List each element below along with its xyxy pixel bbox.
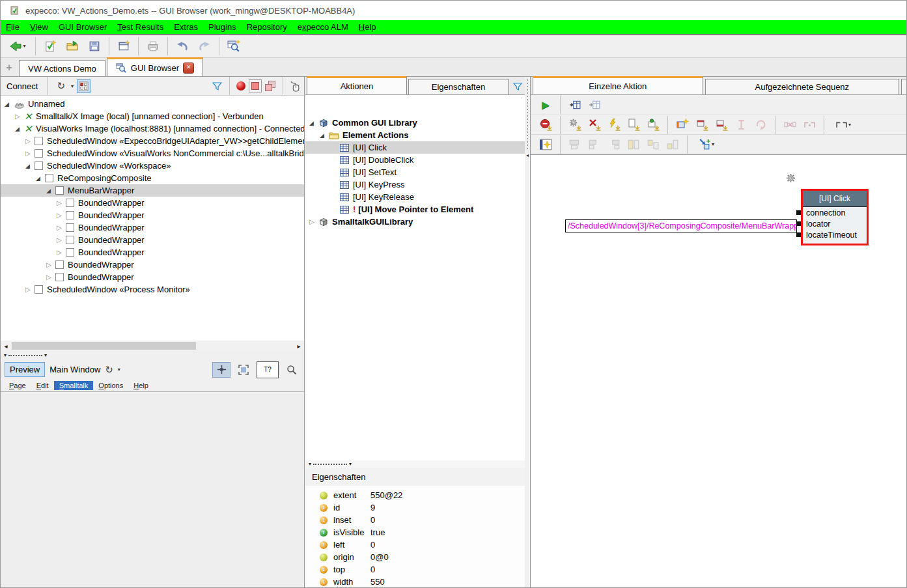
menu-gui-browser[interactable]: GUI Browser — [53, 22, 112, 32]
tree-row-scheduledwindow-workspace[interactable]: ◢ ScheduledWindow «Workspace» — [1, 160, 304, 172]
chevron-down-icon[interactable]: ▾ — [712, 141, 714, 147]
property-row-origin[interactable]: origin 0@0 — [305, 551, 525, 563]
tree-row-recomposingcomposite[interactable]: ◢ ReComposingComposite — [1, 172, 304, 184]
tab-aufgezeichnete-sequenz[interactable]: Aufgezeichnete Sequenz — [705, 79, 899, 94]
expander-closed-icon[interactable]: ▷ — [57, 236, 66, 244]
splitter-collapse-icon[interactable]: ◂ — [526, 152, 529, 158]
close-tab-icon[interactable]: ✕ — [183, 63, 194, 74]
undo-button[interactable] — [171, 36, 193, 56]
tree-row-boundedwrapper[interactable]: ▷ BoundedWrapper — [1, 221, 304, 234]
menu-plugins[interactable]: Plugins — [203, 22, 242, 32]
tree-row-stx-image[interactable]: ▷ ✕ Smalltalk/X Image (local) [unnamed c… — [1, 110, 304, 122]
expander-closed-icon[interactable]: ▷ — [25, 286, 35, 293]
property-row-id[interactable]: 1 id 9 — [305, 501, 525, 514]
connection-style-button[interactable]: ▾ — [830, 117, 856, 133]
tree-row-ui-keyrelease[interactable]: [UI] KeyRelease — [305, 191, 525, 203]
rotate-step-button[interactable] — [752, 117, 769, 133]
property-row-width[interactable]: 1 width 550 — [305, 576, 525, 588]
disconnect-pins-button[interactable] — [781, 117, 798, 133]
chevron-down-icon[interactable]: ▾ — [71, 83, 74, 89]
tree-row-scheduledwindow-adapter[interactable]: ▷ ScheduledWindow «ExpeccoBridgeUIAdapte… — [1, 135, 304, 147]
splitter-arrow-icon[interactable]: ▾ — [309, 462, 311, 467]
anchor-exception-button[interactable] — [606, 117, 622, 133]
filter-icon[interactable] — [512, 81, 523, 92]
filter-icon[interactable] — [212, 81, 223, 92]
anchor-state-button[interactable] — [645, 117, 662, 133]
expander-open-icon[interactable]: ◢ — [36, 175, 45, 182]
save-button[interactable] — [83, 36, 105, 56]
node-settings-gear-icon[interactable] — [786, 173, 796, 183]
insert-vertical-button[interactable] — [733, 117, 749, 133]
mouse-pointer-icon[interactable] — [290, 81, 301, 92]
stop-button[interactable] — [249, 79, 262, 92]
expander-open-icon[interactable]: ◢ — [320, 132, 329, 139]
tab-aktionen[interactable]: Aktionen — [307, 76, 407, 94]
tree-row-boundedwrapper[interactable]: ▷ BoundedWrapper — [1, 259, 304, 271]
tree-row-element-actions[interactable]: ◢ Element Actions — [305, 129, 525, 141]
expander-open-icon[interactable]: ◢ — [46, 188, 55, 194]
tree-row-visualworks-image[interactable]: ◢ ✕ VisualWorks Image (localhost:8881) [… — [1, 122, 304, 135]
align-distribute-button[interactable] — [645, 137, 662, 152]
refresh-button[interactable]: ↻ — [54, 79, 68, 92]
splitter-arrow-icon[interactable]: ▾ — [44, 353, 47, 358]
expander-closed-icon[interactable]: ▷ — [57, 199, 66, 206]
splitter-handle[interactable] — [527, 79, 528, 150]
property-row-top[interactable]: 1 top 0 — [305, 563, 525, 576]
run-action-button[interactable]: ▶ — [537, 97, 554, 113]
horizontal-scrollbar[interactable]: ◂ ▸ — [1, 341, 304, 351]
tree-row-boundedwrapper[interactable]: ▷ BoundedWrapper — [1, 246, 304, 259]
menu-extras[interactable]: Extras — [169, 22, 203, 32]
checkbox[interactable] — [45, 174, 53, 182]
expander-closed-icon[interactable]: ▷ — [46, 261, 55, 268]
pin-square[interactable] — [796, 232, 801, 237]
reconnect-pins-button[interactable] — [801, 117, 818, 133]
chevron-down-icon[interactable]: ▾ — [118, 367, 120, 372]
tree-row-menubarwrapper[interactable]: ◢ MenuBarWrapper — [1, 184, 304, 197]
align-top-button[interactable] — [566, 137, 583, 152]
align-right-button[interactable] — [606, 137, 622, 152]
anchor-step-bottom-button[interactable] — [713, 117, 730, 133]
splitter-handle[interactable] — [313, 464, 347, 465]
tree-row-boundedwrapper[interactable]: ▷ BoundedWrapper — [1, 209, 304, 221]
node-pin-connection[interactable]: connection — [803, 207, 867, 218]
text-query-button[interactable]: T? — [257, 361, 279, 378]
preview-menu-smalltalk[interactable]: Smalltalk — [54, 381, 94, 390]
splitter-arrow-icon[interactable]: ▾ — [349, 462, 352, 467]
tree-row-ui-settext[interactable]: [UI] SetText — [305, 166, 525, 178]
tab-gui-browser[interactable]: GUI Browser ✕ — [107, 57, 203, 76]
pick-element-button[interactable] — [212, 362, 230, 378]
preview-menu-edit[interactable]: Edit — [31, 381, 54, 390]
locator-value-box[interactable]: /ScheduledWindow[3]/ReComposingComposite… — [565, 219, 797, 232]
record-windows-button[interactable] — [265, 81, 276, 92]
expander-closed-icon[interactable]: ▷ — [15, 113, 24, 120]
preview-refresh-button[interactable]: ↻ — [105, 364, 113, 376]
add-node-button[interactable]: ▾ — [693, 137, 719, 152]
property-row-extent[interactable]: extent 550@22 — [305, 489, 525, 501]
preview-toggle-button[interactable]: Preview — [5, 362, 45, 377]
menu-expecco-alm[interactable]: expecco ALM — [292, 22, 354, 32]
expander-open-icon[interactable]: ◢ — [309, 120, 318, 126]
new-step-button[interactable] — [674, 117, 691, 133]
checkbox[interactable] — [55, 186, 64, 195]
tree-row-scheduledwindow-noncommercial[interactable]: ▷ ScheduledWindow «VisualWorks NonCommer… — [1, 147, 304, 160]
open-button[interactable] — [61, 36, 83, 56]
scrollbar-track[interactable] — [11, 341, 294, 351]
property-row-isvisible[interactable]: T isVisible true — [305, 526, 525, 539]
anchor-page-button[interactable] — [625, 117, 642, 133]
remove-breakpoint-button[interactable] — [537, 117, 554, 133]
expander-closed-icon[interactable]: ▷ — [25, 137, 35, 145]
connect-button[interactable]: Connect — [4, 81, 40, 92]
splitter-handle[interactable] — [8, 355, 42, 356]
expander-open-icon[interactable]: ◢ — [5, 101, 14, 107]
menu-test-results[interactable]: Test Results — [112, 22, 169, 32]
expander-closed-icon[interactable]: ▷ — [46, 273, 55, 281]
preview-menu-options[interactable]: Options — [93, 381, 128, 390]
back-button[interactable]: ▾ — [3, 36, 32, 56]
tree-preview-splitter[interactable]: ▾ ▾ — [1, 351, 304, 359]
expander-open-icon[interactable]: ◢ — [25, 163, 35, 169]
splitter-arrow-icon[interactable]: ▾ — [4, 353, 7, 358]
tab-partial[interactable] — [901, 79, 907, 94]
expander-closed-icon[interactable]: ▷ — [25, 150, 35, 157]
new-diagram-button[interactable] — [537, 137, 554, 152]
tree-row-scheduledwindow-process-monitor[interactable]: ▷ ScheduledWindow «Process Monitor» — [1, 283, 304, 296]
